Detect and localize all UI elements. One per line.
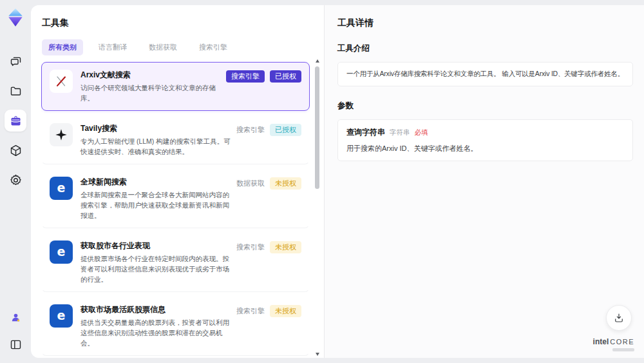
sidebar-bottom — [0, 306, 31, 355]
brand-subtext-bar — [612, 348, 634, 351]
arxiv-icon — [50, 70, 73, 93]
eastmoney-icon: e — [50, 240, 73, 264]
panel-toggle-icon[interactable] — [5, 333, 26, 355]
chat-icon[interactable] — [5, 50, 26, 72]
param-type: 字符串 — [390, 128, 410, 137]
tab-data-fetch[interactable]: 数据获取 — [142, 39, 184, 55]
scrollbar-thumb[interactable] — [315, 66, 319, 189]
tab-search-engine[interactable]: 搜索引擎 — [193, 39, 234, 55]
tool-description: 专为人工智能代理 (LLM) 构建的搜索引擎工具。可快速提供实时、准确和真实的结… — [80, 136, 231, 157]
tool-card[interactable]: e 获取市场最活跃股票信息 提供当天交易量最高的股票列表，投资者可以利用这些信息… — [41, 297, 310, 356]
sidebar-nav — [5, 50, 26, 191]
param-description: 用于搜索的Arxiv ID、关键字或作者姓名。 — [346, 144, 624, 153]
intro-box: 一个用于从Arxiv存储库搜索科学论文和文章的工具。 输入可以是Arxiv ID… — [337, 62, 633, 86]
tool-category-badge: 数据获取 — [236, 177, 265, 190]
list-scrollbar[interactable] — [314, 59, 321, 356]
scroll-down-arrow-icon[interactable] — [316, 353, 319, 356]
tool-description: 提供当天交易量最高的股票列表，投资者可以利用这些信息来识别流动性强的股票和潜在的… — [80, 317, 231, 348]
app-logo-icon — [6, 8, 25, 27]
tool-category-badge: 搜索引擎 — [236, 124, 265, 136]
download-icon — [613, 312, 625, 324]
tools-panel-title: 工具集 — [42, 17, 324, 29]
package-icon[interactable] — [5, 139, 26, 161]
tool-description: 提供股票市场各个行业在特定时间段内的表现。投资者可以利用这些信息来识别表现优于或… — [80, 253, 231, 284]
briefcase-icon[interactable] — [5, 110, 26, 132]
scroll-up-arrow-icon[interactable] — [316, 59, 319, 63]
tool-card[interactable]: e 全球新闻搜索 全球新闻搜索是一个聚合全球各大新闻网站内容的搜索引擎，帮助用户… — [41, 169, 310, 228]
tool-description: 访问各个研究领域大量科学论文和文章的存储库。 — [80, 83, 221, 103]
user-avatar-icon[interactable] — [5, 306, 26, 328]
param-box: 查询字符串 字符串 必填 用于搜索的Arxiv ID、关键字或作者姓名。 — [337, 119, 633, 161]
params-heading: 参数 — [337, 101, 633, 112]
tool-auth-badge: 已授权 — [270, 70, 301, 83]
tool-name: 全球新闻搜索 — [80, 177, 231, 187]
tool-name: Arxiv文献搜索 — [80, 70, 221, 80]
tool-name: Tavily搜索 — [80, 123, 231, 133]
tool-name: 获取股市各行业表现 — [80, 240, 231, 251]
settings-gear-icon[interactable] — [5, 169, 26, 191]
tool-auth-badge: 未授权 — [270, 305, 301, 317]
details-panel: 工具详情 工具介绍 一个用于从Arxiv存储库搜索科学论文和文章的工具。 输入可… — [324, 5, 644, 358]
tool-category-badge: 搜索引擎 — [226, 70, 265, 83]
eastmoney-icon: e — [50, 304, 73, 328]
eastmoney-icon: e — [50, 177, 73, 200]
details-title: 工具详情 — [337, 17, 633, 29]
tool-auth-badge: 未授权 — [270, 241, 301, 253]
tab-language-translation[interactable]: 语言翻译 — [92, 39, 133, 55]
tools-panel: 工具集 所有类别 语言翻译 数据获取 搜索引擎 Arxiv文献搜索 访问各个研究… — [31, 5, 324, 358]
app-window: 工具集 所有类别 语言翻译 数据获取 搜索引擎 Arxiv文献搜索 访问各个研究… — [0, 0, 644, 363]
intro-text: 一个用于从Arxiv存储库搜索科学论文和文章的工具。 输入可以是Arxiv ID… — [346, 70, 624, 79]
tool-auth-badge: 已授权 — [270, 124, 301, 136]
param-required-badge: 必填 — [415, 128, 428, 137]
download-button[interactable] — [606, 305, 632, 331]
tool-card[interactable]: e 获取股市各行业表现 提供股票市场各个行业在特定时间段内的表现。投资者可以利用… — [41, 233, 310, 292]
tool-list: Arxiv文献搜索 访问各个研究领域大量科学论文和文章的存储库。 搜索引擎 已授… — [41, 62, 310, 358]
sidebar-rail — [0, 0, 31, 363]
folder-icon[interactable] — [5, 80, 26, 102]
content-sheet: 工具集 所有类别 语言翻译 数据获取 搜索引擎 Arxiv文献搜索 访问各个研究… — [31, 5, 644, 358]
tool-card[interactable]: Tavily搜索 专为人工智能代理 (LLM) 构建的搜索引擎工具。可快速提供实… — [41, 115, 310, 164]
intel-brand-text: intel — [593, 337, 609, 346]
core-brand-text: CORE — [610, 338, 634, 346]
tool-card[interactable]: Arxiv文献搜索 访问各个研究领域大量科学论文和文章的存储库。 搜索引擎 已授… — [41, 62, 310, 111]
intro-heading: 工具介绍 — [337, 43, 633, 54]
category-tabs: 所有类别 语言翻译 数据获取 搜索引擎 — [42, 39, 324, 55]
param-name: 查询字符串 — [346, 127, 385, 138]
tool-category-badge: 搜索引擎 — [236, 305, 265, 317]
tool-category-badge: 搜索引擎 — [236, 241, 265, 253]
tab-all-categories[interactable]: 所有类别 — [42, 39, 83, 55]
tool-auth-badge: 未授权 — [270, 177, 301, 190]
tavily-icon — [50, 123, 73, 146]
tool-name: 获取市场最活跃股票信息 — [80, 304, 231, 315]
intel-core-logo: intelCORE — [593, 335, 634, 351]
tool-description: 全球新闻搜索是一个聚合全球各大新闻网站内容的搜索引擎，帮助用户快速获取全球最新资… — [80, 190, 231, 221]
